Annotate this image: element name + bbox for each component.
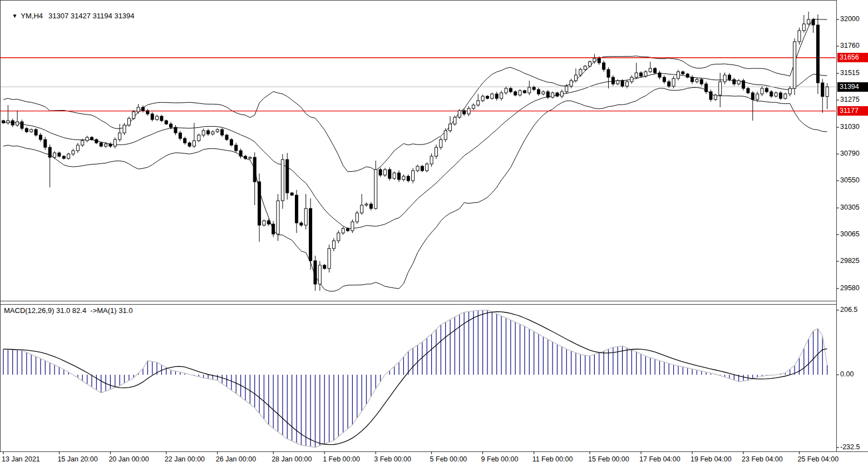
current-price-label: 31394 xyxy=(837,82,868,92)
time-axis-label: 23 Feb 04:00 xyxy=(742,455,783,463)
time-axis-label: 5 Feb 00:00 xyxy=(430,455,467,463)
time-axis-label: 15 Feb 00:00 xyxy=(588,455,629,463)
symbol-timeframe-label: YM,H4 xyxy=(21,12,43,20)
price-axis-label: 32000 xyxy=(840,15,860,23)
symbol-header: ▼YM,H431307 31427 31194 31394 xyxy=(4,3,135,28)
price-axis-label: 31760 xyxy=(840,42,860,50)
time-axis-label: 3 Feb 00:00 xyxy=(374,455,411,463)
time-axis-label: 1 Feb 00:00 xyxy=(323,455,360,463)
ohlc-values: 31307 31427 31194 31394 xyxy=(48,12,134,20)
price-axis-label: 31515 xyxy=(840,69,860,77)
price-axis-label: 29825 xyxy=(840,257,860,265)
price-axis-label: 30550 xyxy=(840,176,860,185)
time-axis-label: 25 Feb 04:00 xyxy=(797,455,839,463)
pane-divider[interactable] xyxy=(0,301,836,305)
price-axis-label: 31275 xyxy=(840,96,860,104)
time-axis-label: 9 Feb 00:00 xyxy=(481,455,519,463)
price-axis-label: 29580 xyxy=(840,284,860,292)
chart-canvas[interactable] xyxy=(0,0,868,467)
macd-axis-label: 206.5 xyxy=(840,306,857,314)
time-axis-label: 20 Jan 00:00 xyxy=(108,455,149,463)
price-axis-label: 30305 xyxy=(840,203,860,212)
time-axis-label: 28 Jan 00:00 xyxy=(272,455,312,463)
price-axis-label: 30065 xyxy=(840,230,860,239)
price-axis-label: 31030 xyxy=(840,123,860,131)
direction-down-icon: ▼ xyxy=(12,13,17,19)
macd-indicator-label: MACD(12,26,9) 31.0 82.4 ->MA(1) 31.0 xyxy=(4,306,133,315)
time-axis-label: 17 Feb 04:00 xyxy=(639,455,680,463)
macd-axis-label: -232.5 xyxy=(840,443,860,451)
price-axis[interactable] xyxy=(836,0,868,451)
time-axis-label: 19 Feb 04:00 xyxy=(691,455,732,463)
price-axis-label: 30790 xyxy=(840,150,860,158)
level-price-label: 31177 xyxy=(837,106,868,116)
trading-chart-window: ▼YM,H431307 31427 31194 31394 MACD(12,26… xyxy=(0,0,868,467)
time-axis-label: 15 Jan 20:00 xyxy=(57,455,97,463)
time-axis-label: 22 Jan 00:00 xyxy=(165,455,205,463)
time-axis-label: 26 Jan 00:00 xyxy=(216,455,256,463)
level-price-label: 31656 xyxy=(837,53,868,62)
time-axis-label: 11 Feb 00:00 xyxy=(532,455,573,463)
time-axis-label: 13 Jan 2021 xyxy=(2,455,40,463)
macd-axis-label: 0.00 xyxy=(840,370,854,379)
